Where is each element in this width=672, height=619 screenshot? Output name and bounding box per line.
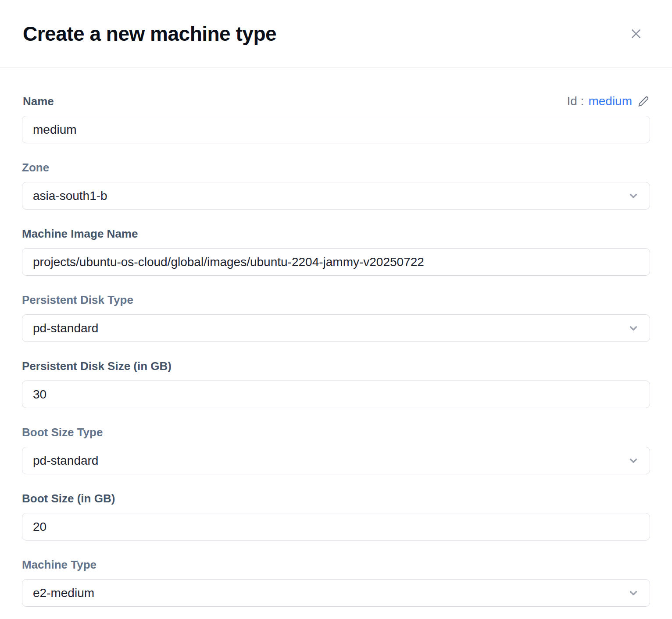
chevron-down-icon (628, 587, 639, 599)
edit-id-button[interactable] (637, 96, 649, 107)
persistent-disk-type-group: Persistent Disk Type pd-standard (22, 293, 650, 342)
name-input[interactable] (22, 116, 650, 143)
machine-image-field-group: Machine Image Name (22, 227, 650, 276)
chevron-down-icon (628, 455, 639, 466)
id-value: medium (588, 94, 632, 108)
machine-type-label: Machine Type (22, 558, 650, 572)
zone-select[interactable]: asia-south1-b (22, 182, 650, 210)
machine-type-value: e2-medium (33, 586, 94, 600)
name-field-group: Name Id : medium (22, 94, 650, 143)
chevron-down-icon (628, 323, 639, 334)
id-indicator: Id : medium (567, 94, 649, 108)
boot-size-label: Boot Size (in GB) (22, 492, 650, 505)
machine-type-group: Machine Type e2-medium (22, 558, 650, 607)
zone-field-group: Zone asia-south1-b (22, 161, 650, 210)
boot-size-type-select[interactable]: pd-standard (22, 447, 650, 474)
boot-size-type-value: pd-standard (33, 454, 98, 468)
machine-image-name-input[interactable] (22, 248, 650, 276)
modal-header: Create a new machine type (0, 0, 672, 68)
pencil-edit-icon (637, 96, 649, 107)
create-machine-type-modal: Create a new machine type Name Id : medi… (0, 0, 672, 619)
persistent-disk-size-label: Persistent Disk Size (in GB) (22, 359, 650, 373)
machine-image-name-label: Machine Image Name (22, 227, 650, 241)
name-label: Name (23, 95, 54, 108)
boot-size-type-label: Boot Size Type (22, 426, 650, 439)
boot-size-type-group: Boot Size Type pd-standard (22, 426, 650, 474)
boot-size-input[interactable] (22, 513, 650, 541)
close-button[interactable] (627, 25, 645, 43)
persistent-disk-size-group: Persistent Disk Size (in GB) (22, 359, 650, 408)
zone-label: Zone (22, 161, 650, 174)
page-title: Create a new machine type (23, 22, 276, 46)
zone-select-value: asia-south1-b (33, 189, 107, 203)
persistent-disk-type-label: Persistent Disk Type (22, 293, 650, 307)
persistent-disk-type-value: pd-standard (33, 321, 98, 335)
chevron-down-icon (628, 190, 639, 202)
persistent-disk-type-select[interactable]: pd-standard (22, 314, 650, 342)
modal-body: Name Id : medium Zone asia-south1-b (0, 94, 672, 607)
machine-type-select[interactable]: e2-medium (22, 579, 650, 607)
boot-size-group: Boot Size (in GB) (22, 492, 650, 541)
id-prefix-label: Id : (567, 94, 584, 108)
close-icon (629, 27, 643, 41)
persistent-disk-size-input[interactable] (22, 381, 650, 408)
